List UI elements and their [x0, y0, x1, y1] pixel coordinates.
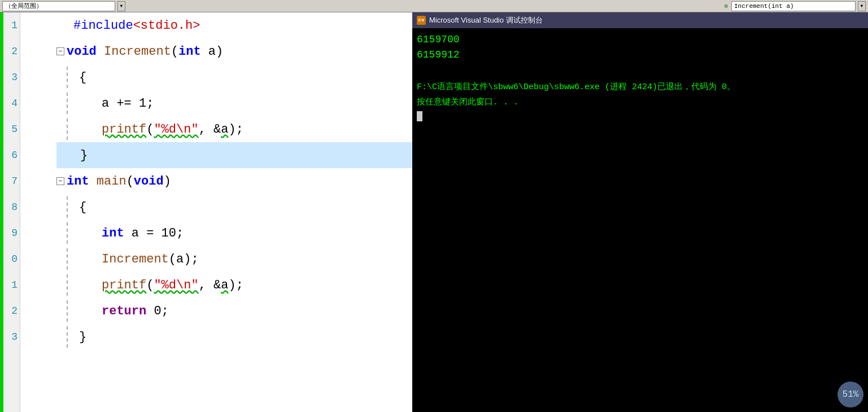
console-output-2: 6159912: [417, 48, 863, 62]
code-line-9: int a = 10;: [56, 220, 412, 246]
console-content: 6159700 6159912 F:\C语言项目文件\sbww6\Debug\s…: [412, 28, 868, 412]
line-num-5: 5: [11, 116, 18, 142]
console-panel: cv Microsoft Visual Studio 调试控制台 6159700…: [412, 12, 868, 412]
console-output-5: 按任意键关闭此窗口. . .: [417, 97, 863, 108]
line-num-10: 0: [11, 246, 18, 272]
function-label: Increment(int a): [734, 3, 794, 10]
console-cursor: [417, 111, 422, 121]
line-num-3: 3: [11, 64, 18, 90]
code-panel: 1 2 3 4 5 6 7 8 9 0 1 2 3 #include<stdio…: [0, 12, 412, 412]
function-dropdown[interactable]: Increment(int a): [731, 1, 856, 11]
code-line-13: }: [56, 324, 412, 350]
collapse-icon-2[interactable]: −: [56, 47, 64, 55]
scope-arrow[interactable]: ▼: [117, 1, 125, 11]
console-icon: cv: [417, 16, 426, 25]
dashed-indent-5: [67, 119, 68, 140]
code-line-3: {: [56, 64, 412, 90]
code-line-1: #include<stdio.h>: [56, 12, 412, 38]
code-line-8: {: [56, 194, 412, 220]
main-area: 1 2 3 4 5 6 7 8 9 0 1 2 3 #include<stdio…: [0, 12, 868, 412]
code-line-4: a += 1;: [56, 90, 412, 116]
dashed-indent-13: [67, 326, 68, 348]
dashed-indent-4: [67, 93, 68, 114]
collapse-icon-7[interactable]: −: [56, 177, 64, 185]
zoom-value: 51%: [843, 389, 859, 400]
console-title: Microsoft Visual Studio 调试控制台: [429, 15, 543, 25]
dashed-indent-10: [67, 248, 68, 270]
scope-dropdown[interactable]: （全局范围）: [2, 1, 115, 11]
function-arrow-icon: ▼: [861, 3, 863, 8]
line-num-12: 2: [11, 298, 18, 324]
zoom-badge: 51%: [838, 382, 863, 407]
console-output-4: F:\C语言项目文件\sbww6\Debug\sbww6.exe (进程 242…: [417, 81, 863, 93]
line-num-7: 7: [11, 168, 18, 194]
code-line-7: − int main(void): [56, 168, 412, 194]
console-wrapper: cv Microsoft Visual Studio 调试控制台 6159700…: [412, 12, 868, 412]
code-line-11: printf("%d\n", &a);: [56, 272, 412, 298]
code-line-6: }: [56, 142, 412, 168]
function-arrow[interactable]: ▼: [858, 1, 866, 11]
function-icon: ⊙: [724, 2, 728, 10]
line-num-13: 3: [11, 324, 18, 350]
scope-arrow-icon: ▼: [120, 3, 123, 8]
dashed-indent-3: [67, 67, 68, 88]
console-titlebar: cv Microsoft Visual Studio 调试控制台: [412, 12, 868, 28]
toolbar: （全局范围） ▼ ⊙ Increment(int a) ▼: [0, 0, 868, 12]
line-num-9: 9: [11, 220, 18, 246]
console-cursor-line: [417, 109, 863, 124]
line-numbers: 1 2 3 4 5 6 7 8 9 0 1 2 3: [3, 12, 20, 412]
code-line-5: printf("%d\n", &a);: [56, 116, 412, 142]
dashed-indent-12: [67, 300, 68, 322]
line-num-4: 4: [11, 90, 18, 116]
line-num-11: 1: [11, 272, 18, 298]
console-output-1: 6159700: [417, 33, 863, 47]
dashed-indent-9: [67, 222, 68, 244]
dashed-indent-8: [67, 196, 68, 218]
line-gutter: 1 2 3 4 5 6 7 8 9 0 1 2 3: [0, 12, 51, 412]
line-num-1: 1: [11, 12, 18, 38]
console-output-3: [417, 63, 863, 77]
code-line-2: − void Increment(int a): [56, 38, 412, 64]
scope-label: （全局范围）: [5, 2, 42, 10]
line-num-8: 8: [11, 194, 18, 220]
code-content[interactable]: #include<stdio.h> − void Increment(int a…: [51, 12, 412, 412]
line-num-6: 6: [11, 142, 18, 168]
line-num-2: 2: [11, 38, 18, 64]
dashed-indent-11: [67, 274, 68, 296]
function-dropdown-area: ⊙ Increment(int a) ▼: [724, 1, 866, 11]
code-line-12: return 0;: [56, 298, 412, 324]
code-line-10: Increment(a);: [56, 246, 412, 272]
